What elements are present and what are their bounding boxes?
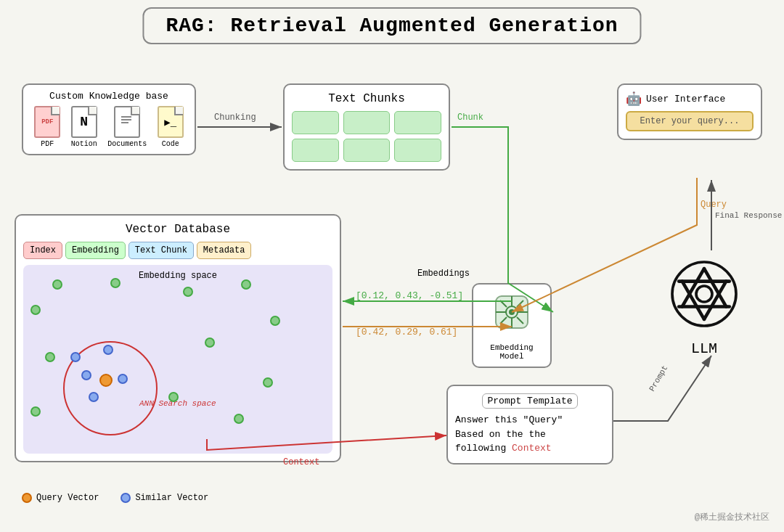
- svg-text:Chunk: Chunk: [457, 112, 483, 123]
- embedding-model-box: Embedding Model: [472, 283, 552, 368]
- query-input-box[interactable]: Enter your query...: [626, 111, 754, 131]
- dot-green-4: [241, 279, 251, 290]
- robot-icon: 🤖: [626, 91, 642, 107]
- ann-label: ANN Search space: [139, 399, 216, 408]
- pt-line1: Answer this "Query": [455, 414, 563, 425]
- knowledge-base-box: Custom Knowledge base PDF PDF N Notion D…: [22, 83, 196, 155]
- dot-green-11: [30, 406, 41, 417]
- docs-icon-container: Documents: [107, 106, 147, 148]
- notion-label: Notion: [71, 140, 97, 148]
- kb-icons: PDF PDF N Notion Documents ▶_ Code: [29, 106, 189, 148]
- chunk-2: [343, 111, 391, 134]
- dot-green-3: [183, 287, 193, 297]
- llm-container: LLM: [664, 254, 744, 357]
- user-interface-box: 🤖 User Interface Enter your query...: [617, 83, 762, 140]
- vector-database-box: Vector Database Index Embedding Text Chu…: [15, 214, 341, 462]
- col-embedding: Embedding: [65, 242, 126, 259]
- col-textchunk: Text Chunk: [128, 242, 194, 259]
- em-circuit-icon: [479, 290, 544, 340]
- code-icon-container: ▶_ Code: [158, 106, 184, 148]
- vdb-columns: Index Embedding Text Chunk Metadata: [23, 242, 332, 259]
- legend: Query Vector Similar Vector: [22, 493, 208, 503]
- em-label: Embedding Model: [479, 343, 544, 361]
- main-container: RAG: Retrieval Augmented Generation Cust…: [0, 0, 784, 532]
- dot-green-6: [270, 316, 280, 326]
- embeddings-label: Embeddings: [417, 269, 470, 279]
- dot-green-9: [263, 377, 273, 388]
- svg-text:Final Response: Final Response: [715, 211, 782, 220]
- svg-point-14: [696, 286, 712, 302]
- legend-query-vector: Query Vector: [22, 493, 99, 503]
- title-box: RAG: Retrieval Augmented Generation: [142, 7, 641, 44]
- dot-green-7: [205, 337, 215, 348]
- code-file-icon: ▶_: [158, 106, 184, 138]
- svg-text:Query: Query: [701, 200, 727, 210]
- svg-rect-0: [121, 116, 131, 118]
- vdb-title: Vector Database: [23, 223, 332, 236]
- text-chunks-box: Text Chunks: [283, 83, 450, 171]
- col-index: Index: [23, 242, 62, 259]
- dot-query-vector: [99, 374, 113, 387]
- pt-line3: following: [455, 443, 506, 454]
- docs-label: Documents: [107, 140, 147, 148]
- chunks-title: Text Chunks: [292, 92, 441, 105]
- chunks-grid: [292, 111, 441, 162]
- ui-header: 🤖 User Interface: [626, 91, 754, 107]
- pdf-icon-container: PDF PDF: [34, 106, 60, 148]
- pt-line2: Based on the the: [455, 429, 546, 440]
- legend-similar-vector: Similar Vector: [121, 493, 208, 503]
- dot-blue-4: [118, 374, 128, 384]
- notion-file-icon: N: [71, 106, 97, 138]
- dot-green-8: [45, 352, 55, 362]
- dot-green-1: [52, 279, 62, 290]
- legend-query-label: Query Vector: [36, 493, 99, 503]
- notion-icon-container: N Notion: [71, 106, 97, 148]
- chunk-6: [394, 139, 441, 162]
- dot-green-10: [168, 392, 179, 402]
- dot-green-5: [30, 305, 41, 315]
- docs-file-icon: [114, 106, 140, 138]
- embedding-space: Embedding space ANN Search space: [23, 265, 332, 454]
- pt-content: Answer this "Query" Based on the the fol…: [455, 413, 605, 456]
- legend-query-dot: [22, 493, 32, 503]
- watermark: @稀土掘金技术社区: [695, 511, 769, 523]
- svg-rect-2: [121, 122, 128, 123]
- chunk-4: [292, 139, 339, 162]
- ui-title: User Interface: [646, 94, 725, 105]
- dot-blue-5: [89, 392, 99, 402]
- dot-blue-3: [81, 370, 91, 380]
- llm-label: LLM: [664, 340, 744, 357]
- dot-blue-1: [70, 352, 81, 362]
- dot-blue-2: [103, 345, 113, 355]
- chunk-3: [394, 111, 441, 134]
- svg-text:Prompt: Prompt: [648, 364, 669, 393]
- prompt-template-box: Prompt Template Answer this "Query" Base…: [446, 385, 613, 465]
- legend-similar-label: Similar Vector: [135, 493, 208, 503]
- dot-green-2: [110, 278, 121, 288]
- embedding-space-label: Embedding space: [29, 271, 327, 281]
- legend-similar-dot: [121, 493, 131, 503]
- svg-rect-1: [121, 119, 131, 120]
- svg-text:Chunking: Chunking: [214, 112, 256, 123]
- pt-title: Prompt Template: [482, 393, 577, 409]
- llm-icon: [664, 254, 744, 334]
- chunk-1: [292, 111, 339, 134]
- context-word: Context: [512, 443, 552, 454]
- dot-green-12: [234, 414, 244, 424]
- svg-point-13: [509, 309, 515, 315]
- pdf-label: PDF: [41, 140, 54, 148]
- kb-title: Custom Knowledge base: [29, 91, 189, 102]
- embed-vec2: [0.42, 0.29, 0.61]: [356, 327, 457, 337]
- embed-vec1: [0.12, 0.43, -0.51]: [356, 290, 463, 301]
- page-title: RAG: Retrieval Augmented Generation: [166, 15, 618, 37]
- code-label: Code: [162, 140, 179, 148]
- col-metadata: Metadata: [197, 242, 252, 259]
- pdf-file-icon: PDF: [34, 106, 60, 138]
- chunk-5: [343, 139, 391, 162]
